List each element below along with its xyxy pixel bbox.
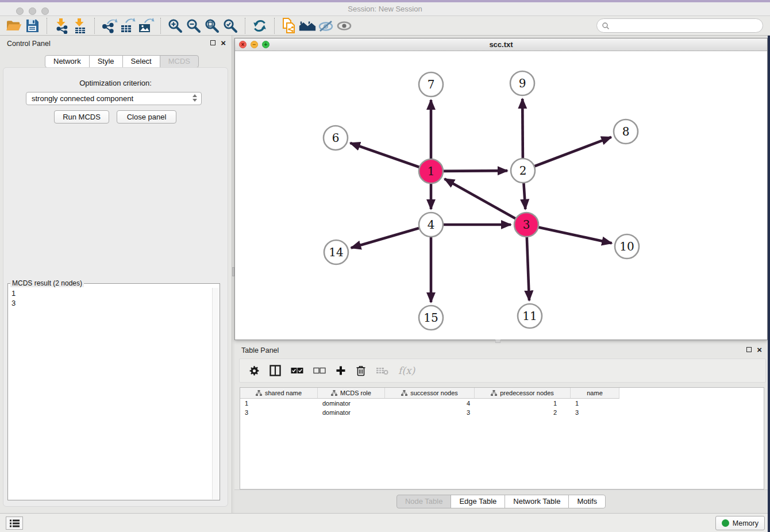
node-table: shared nameMCDS rolesuccessor nodesprede… (240, 387, 764, 489)
search-input[interactable] (610, 21, 763, 30)
mcds-result-legend: MCDS result (2 nodes) (10, 279, 84, 287)
search-field[interactable] (596, 18, 763, 33)
show-columns-icon[interactable] (270, 365, 281, 376)
tab-network-table[interactable]: Network Table (505, 495, 569, 508)
toolbar-separator (94, 18, 95, 34)
graph-edge-1-6[interactable] (350, 143, 431, 171)
network-canvas[interactable]: 7968124314101511 (235, 51, 767, 340)
column-header-successor-nodes[interactable]: successor nodes (385, 388, 475, 399)
toolbar-separator (160, 18, 161, 34)
graph-node-label: 2 (519, 164, 527, 178)
tab-mcds[interactable]: MCDS (160, 55, 199, 68)
delete-table-icon (376, 366, 388, 375)
export-image-icon[interactable] (137, 17, 155, 34)
graph-node-label: 10 (619, 240, 634, 253)
toolbar-separator (47, 18, 47, 34)
graph-node-label: 6 (332, 131, 340, 145)
hide-selected-eye-icon[interactable] (317, 17, 335, 34)
table-row[interactable]: 3dominator323 (240, 408, 764, 417)
mcds-result-box: MCDS result (2 nodes) 1 3 (7, 279, 220, 500)
optimization-criterion-select[interactable]: strongly connected component (26, 92, 202, 105)
graph-node-label: 8 (622, 125, 630, 138)
select-stepper-icon (192, 94, 197, 102)
create-column-plus-icon[interactable] (336, 365, 346, 376)
table-header-row: shared nameMCDS rolesuccessor nodesprede… (240, 388, 764, 399)
export-network-icon[interactable] (100, 17, 118, 34)
status-bar: Memory (0, 513, 770, 532)
tab-edge-table[interactable]: Edge Table (451, 495, 505, 508)
graph-node-label: 15 (424, 311, 438, 325)
close-panel-button[interactable]: Close panel (117, 110, 176, 124)
mcds-tab-content: Optimization criterion: strongly connect… (3, 67, 228, 507)
refresh-icon[interactable] (251, 17, 269, 34)
graph-edge-3-1[interactable] (445, 179, 526, 225)
tab-select[interactable]: Select (122, 55, 160, 68)
column-header-shared-name[interactable]: shared name (240, 388, 318, 399)
sort-tree-icon (256, 390, 262, 396)
close-table-panel-icon[interactable]: × (757, 346, 762, 353)
export-table-icon[interactable] (118, 17, 137, 34)
table-cell[interactable]: 1 (571, 399, 619, 408)
network-window-titlebar[interactable]: × − + scc.txt (235, 38, 767, 51)
sort-tree-icon (491, 390, 497, 396)
zoom-selected-icon[interactable] (221, 17, 240, 34)
control-panel-tabs: Network Style Select MCDS (45, 55, 199, 68)
unselect-all-columns-icon[interactable] (313, 367, 326, 374)
zoom-out-icon[interactable] (184, 17, 203, 34)
main-toolbar (0, 16, 770, 36)
network-window-title: scc.txt (235, 38, 767, 51)
table-cell[interactable]: 3 (385, 408, 475, 417)
zoom-fit-icon[interactable] (203, 17, 221, 34)
table-cell[interactable]: 3 (240, 408, 318, 417)
table-cell[interactable]: dominator (318, 408, 385, 417)
tab-network[interactable]: Network (45, 55, 90, 68)
select-all-columns-icon[interactable] (291, 367, 303, 374)
column-header-MCDS-role[interactable]: MCDS role (318, 388, 385, 399)
run-mcds-button[interactable]: Run MCDS (54, 110, 109, 124)
table-cell[interactable]: dominator (318, 399, 385, 408)
sort-tree-icon (331, 390, 337, 396)
float-table-panel-icon[interactable] (746, 347, 752, 352)
table-panel: Table Panel × (234, 342, 768, 513)
first-neighbors-icon[interactable] (298, 17, 317, 34)
table-cell[interactable]: 4 (385, 399, 475, 408)
zoom-in-icon[interactable] (166, 17, 184, 34)
result-scrollbar[interactable] (212, 288, 219, 499)
application-window: Session: New Session (0, 0, 770, 532)
control-panel-title: Control Panel (7, 36, 51, 52)
table-toolbar: f(x) (239, 358, 766, 383)
import-table-icon[interactable] (71, 17, 89, 34)
table-panel-title: Table Panel (241, 342, 279, 358)
toolbar-separator (274, 18, 275, 34)
clone-network-icon[interactable] (280, 17, 298, 34)
close-panel-icon[interactable]: × (221, 39, 226, 47)
window-title: Session: New Session (0, 2, 770, 16)
function-builder-icon: f(x) (398, 365, 415, 376)
table-cell[interactable]: 3 (571, 408, 619, 417)
table-cell[interactable]: 1 (475, 399, 571, 408)
memory-status-dot (722, 519, 729, 527)
show-all-eye-icon[interactable] (335, 17, 353, 34)
float-panel-icon[interactable] (210, 40, 215, 45)
graph-node-label: 14 (329, 245, 343, 259)
graph-edge-3-10[interactable] (526, 225, 612, 243)
table-cell[interactable]: 2 (475, 408, 571, 417)
delete-column-trash-icon[interactable] (356, 365, 366, 376)
tab-motifs[interactable]: Motifs (568, 495, 606, 508)
import-network-icon[interactable] (52, 17, 71, 34)
open-file-icon[interactable] (5, 17, 23, 34)
column-header-predecessor-nodes[interactable]: predecessor nodes (475, 388, 571, 399)
column-header-name[interactable]: name (571, 388, 619, 399)
search-icon (602, 22, 610, 30)
memory-button[interactable]: Memory (715, 516, 765, 530)
mcds-result-text: 1 3 (11, 288, 16, 308)
tab-node-table[interactable]: Node Table (396, 495, 452, 508)
tab-style[interactable]: Style (89, 55, 123, 68)
table-settings-gear-icon[interactable] (249, 365, 260, 376)
table-cell[interactable]: 1 (240, 399, 318, 408)
save-session-icon[interactable] (23, 17, 41, 34)
graph-node-label: 9 (519, 76, 526, 90)
task-history-button[interactable] (6, 516, 23, 530)
table-row[interactable]: 1dominator411 (240, 399, 764, 408)
graph-edge-2-8[interactable] (523, 137, 611, 171)
